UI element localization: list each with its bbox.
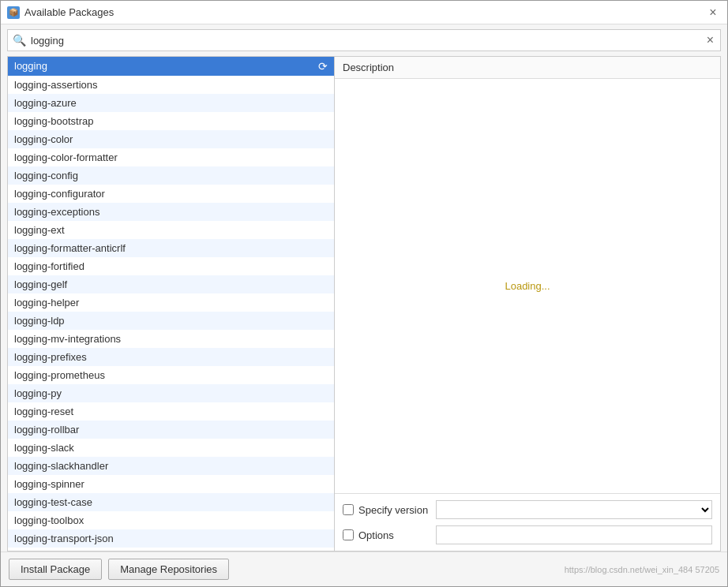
bottom-buttons: Install Package Manage Repositories <box>9 559 229 580</box>
description-footer: Specify version Options <box>335 493 720 551</box>
list-item[interactable]: logging-mv-integrations <box>8 330 334 348</box>
list-item[interactable]: logging <box>8 57 312 76</box>
specify-version-row: Specify version <box>343 500 712 519</box>
list-item[interactable]: logging-reset <box>8 402 334 421</box>
bottom-bar: Install Package Manage Repositories http… <box>1 551 727 586</box>
search-input[interactable] <box>31 35 700 47</box>
options-label[interactable]: Options <box>343 529 430 541</box>
list-item[interactable]: logging-azure <box>8 94 334 112</box>
window-title: Available Packages <box>24 6 114 18</box>
version-dropdown[interactable] <box>436 500 712 519</box>
manage-repositories-button[interactable]: Manage Repositories <box>108 559 229 580</box>
loading-text: Loading... <box>505 280 550 292</box>
list-item[interactable]: logging-gelf <box>8 275 334 294</box>
package-icon: 📦 <box>7 6 20 19</box>
description-header: Description <box>335 57 720 79</box>
list-item[interactable]: logging-toolbox <box>8 511 334 529</box>
specify-version-label[interactable]: Specify version <box>343 504 430 516</box>
watermark-text: https://blog.csdn.net/wei_xin_484 57205 <box>565 565 719 574</box>
list-item[interactable]: logging-color <box>8 130 334 148</box>
description-body: Loading... <box>335 79 720 493</box>
close-button[interactable]: × <box>705 5 721 21</box>
description-panel: Description Loading... Specify version <box>335 56 721 551</box>
list-item[interactable]: logging-fortified <box>8 257 334 275</box>
list-item[interactable]: logging-tz <box>8 548 334 551</box>
list-item[interactable]: logging-formatter-anticrlf <box>8 239 334 257</box>
list-item[interactable]: logging-ldp <box>8 312 334 330</box>
install-package-button[interactable]: Install Package <box>9 559 102 580</box>
title-bar: 📦 Available Packages × <box>1 1 727 24</box>
list-item[interactable]: logging-py <box>8 384 334 402</box>
list-item[interactable]: logging-test-case <box>8 493 334 511</box>
list-item[interactable]: logging-config <box>8 166 334 185</box>
list-item[interactable]: logging-assertions <box>8 76 334 94</box>
list-item[interactable]: logging-transport-json <box>8 529 334 548</box>
list-item[interactable]: logging-exceptions <box>8 203 334 221</box>
list-item[interactable]: logging-helper <box>8 294 334 312</box>
list-item[interactable]: logging-prometheus <box>8 366 334 384</box>
list-item[interactable]: logging-prefixes <box>8 348 334 366</box>
list-item[interactable]: logging-slackhandler <box>8 457 334 475</box>
list-item[interactable]: logging-rollbar <box>8 421 334 439</box>
specify-version-checkbox[interactable] <box>343 504 354 515</box>
main-content: logging ⟳ logging-assertions logging-azu… <box>7 56 721 551</box>
list-item[interactable]: logging-bootstrap <box>8 112 334 130</box>
list-item[interactable]: logging-ext <box>8 221 334 239</box>
title-bar-left: 📦 Available Packages <box>7 6 114 19</box>
search-bar: 🔍 × <box>7 29 721 51</box>
options-checkbox[interactable] <box>343 529 354 540</box>
reload-button[interactable]: ⟳ <box>312 57 334 76</box>
options-row: Options <box>343 525 712 544</box>
list-item[interactable]: logging-color-formatter <box>8 148 334 166</box>
options-input[interactable] <box>436 525 712 544</box>
package-list: logging ⟳ logging-assertions logging-azu… <box>8 57 334 551</box>
selected-item-row: logging ⟳ <box>8 57 334 76</box>
list-item[interactable]: logging-slack <box>8 439 334 457</box>
clear-search-button[interactable]: × <box>705 33 715 47</box>
package-list-panel: logging ⟳ logging-assertions logging-azu… <box>7 56 335 551</box>
list-item[interactable]: logging-spinner <box>8 475 334 493</box>
search-icon: 🔍 <box>13 34 26 47</box>
dialog-window: 📦 Available Packages × 🔍 × logging ⟳ log… <box>0 0 728 587</box>
list-item[interactable]: logging-configurator <box>8 185 334 203</box>
